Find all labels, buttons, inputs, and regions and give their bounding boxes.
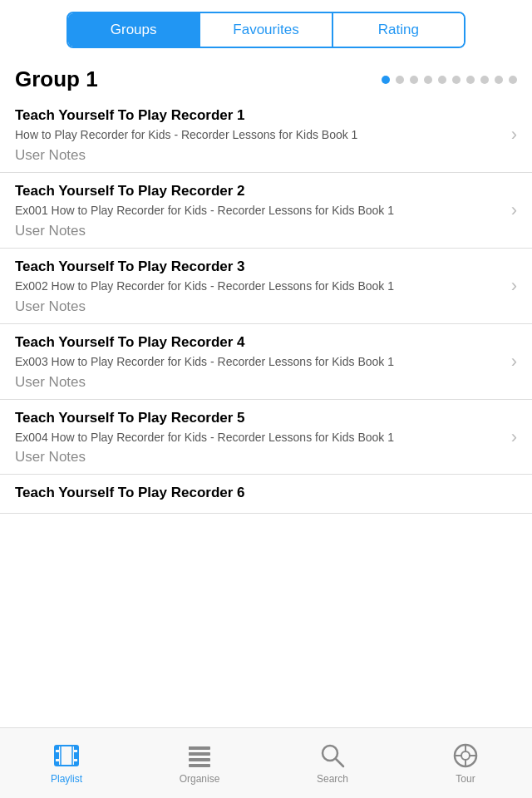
- playlist-label: Playlist: [51, 773, 82, 785]
- tab-rating[interactable]: Rating: [333, 13, 464, 47]
- dot-1[interactable]: [382, 76, 390, 84]
- pagination-dots: [382, 76, 517, 84]
- item-notes: User Notes: [15, 374, 517, 391]
- dot-7[interactable]: [466, 76, 475, 84]
- organise-icon: [185, 741, 214, 770]
- item-desc: How to Play Recorder for Kids - Recorder…: [15, 127, 517, 143]
- dot-10[interactable]: [509, 76, 517, 84]
- item-title: Teach Yourself To Play Recorder 2: [15, 183, 517, 200]
- item-notes: User Notes: [15, 147, 517, 164]
- chevron-right-icon: ›: [511, 426, 517, 448]
- item-title: Teach Yourself To Play Recorder 5: [15, 410, 517, 426]
- item-notes: User Notes: [15, 449, 517, 466]
- item-title: Teach Yourself To Play Recorder 3: [15, 259, 517, 275]
- item-title: Teach Yourself To Play Recorder 6: [15, 485, 517, 501]
- bottom-tab-playlist[interactable]: Playlist: [0, 728, 133, 798]
- item-title: Teach Yourself To Play Recorder 1: [15, 107, 517, 124]
- search-label: Search: [317, 773, 348, 785]
- item-title: Teach Yourself To Play Recorder 4: [15, 334, 517, 351]
- item-desc: Ex002 How to Play Recorder for Kids - Re…: [15, 278, 517, 294]
- item-notes: User Notes: [15, 223, 517, 239]
- bottom-tab-tour[interactable]: Tour: [399, 728, 532, 798]
- tour-label: Tour: [456, 773, 475, 785]
- dot-8[interactable]: [480, 76, 489, 84]
- tab-groups[interactable]: Groups: [68, 13, 200, 47]
- list-item[interactable]: Teach Yourself To Play Recorder 2Ex001 H…: [0, 173, 532, 249]
- svg-rect-13: [189, 746, 192, 750]
- svg-rect-5: [55, 752, 59, 759]
- item-notes: User Notes: [15, 298, 517, 315]
- item-desc: Ex001 How to Play Recorder for Kids - Re…: [15, 203, 517, 219]
- svg-rect-2: [74, 746, 78, 750]
- svg-line-16: [336, 759, 343, 766]
- item-desc: Ex003 How to Play Recorder for Kids - Re…: [15, 354, 517, 370]
- top-tab-bar: Groups Favourites Rating: [0, 0, 532, 60]
- svg-rect-4: [74, 761, 78, 766]
- group-title: Group 1: [15, 66, 98, 92]
- top-tab-container: Groups Favourites Rating: [66, 12, 466, 48]
- dot-3[interactable]: [410, 76, 418, 84]
- dot-9[interactable]: [495, 76, 503, 84]
- svg-rect-14: [189, 752, 192, 756]
- playlist-icon: [52, 741, 81, 770]
- list-item[interactable]: Teach Yourself To Play Recorder 3Ex002 H…: [0, 249, 532, 324]
- svg-point-18: [461, 751, 470, 760]
- group-header: Group 1: [0, 60, 532, 97]
- organise-label: Organise: [180, 773, 220, 785]
- dot-4[interactable]: [424, 76, 432, 84]
- dot-6[interactable]: [452, 76, 461, 84]
- svg-rect-11: [189, 758, 210, 761]
- svg-rect-6: [74, 752, 78, 759]
- list-container: Teach Yourself To Play Recorder 1How to …: [0, 97, 532, 723]
- dot-5[interactable]: [438, 76, 446, 84]
- list-item[interactable]: Teach Yourself To Play Recorder 4Ex003 H…: [0, 324, 532, 400]
- tab-favourites[interactable]: Favourites: [200, 13, 332, 47]
- bottom-tab-bar: Playlist Organise Search Tour: [0, 727, 532, 798]
- chevron-right-icon: ›: [511, 124, 517, 145]
- chevron-right-icon: ›: [511, 200, 517, 221]
- chevron-right-icon: ›: [511, 275, 517, 297]
- list-item[interactable]: Teach Yourself To Play Recorder 5Ex004 H…: [0, 400, 532, 475]
- dot-2[interactable]: [396, 76, 404, 84]
- search-icon: [318, 741, 347, 770]
- bottom-tab-search[interactable]: Search: [266, 728, 399, 798]
- svg-rect-3: [55, 761, 59, 766]
- svg-rect-1: [55, 746, 59, 750]
- item-desc: Ex004 How to Play Recorder for Kids - Re…: [15, 430, 517, 446]
- list-item[interactable]: Teach Yourself To Play Recorder 1How to …: [0, 97, 532, 173]
- list-item[interactable]: Teach Yourself To Play Recorder 6: [0, 475, 532, 514]
- svg-rect-12: [189, 764, 210, 767]
- bottom-tab-organise[interactable]: Organise: [133, 728, 266, 798]
- tour-icon: [451, 741, 480, 770]
- chevron-right-icon: ›: [511, 351, 517, 372]
